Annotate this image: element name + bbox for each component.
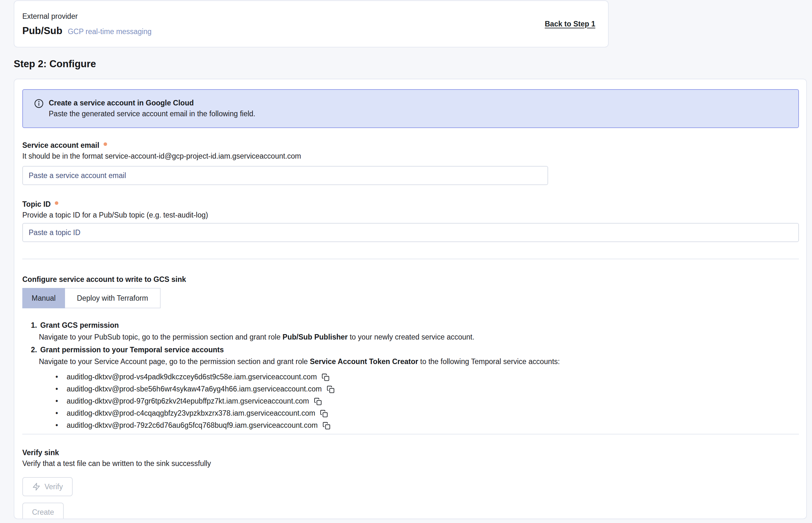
step-2-title: 2. Grant permission to your Temporal ser…	[31, 344, 798, 355]
copy-icon[interactable]	[322, 422, 331, 430]
provider-card: External provider Pub/Sub GCP real-time …	[14, 0, 609, 48]
topic-id-helper: Provide a topic ID for a Pub/Sub topic (…	[22, 210, 798, 220]
step-1-title: 1. Grant GCS permission	[31, 320, 798, 331]
provider-name: Pub/Sub	[22, 25, 63, 37]
copy-icon[interactable]	[326, 385, 335, 393]
bullet: •	[55, 385, 62, 393]
configure-sink-section-title: Configure service account to write to GC…	[22, 274, 798, 285]
create-button-label: Create	[32, 508, 54, 517]
step-1-description: Navigate to your PubSub topic, go to the…	[39, 331, 798, 342]
section-divider	[22, 434, 799, 434]
step-2-number: 2.	[31, 344, 37, 355]
list-item: • auditlog-dktxv@prod-vs4padk9dkczcey6d6…	[55, 371, 798, 383]
service-account-email-input[interactable]	[22, 166, 548, 185]
verify-button[interactable]: Verify	[22, 477, 73, 496]
info-banner: Create a service account in Google Cloud…	[22, 89, 799, 128]
service-account-email-text: auditlog-dktxv@prod-79z2c6d76au6g5fcq768…	[67, 421, 318, 430]
service-account-email-label: Service account email	[22, 140, 100, 151]
info-icon	[34, 99, 44, 127]
bullet: •	[55, 409, 62, 418]
verify-sink-title: Verify sink	[22, 447, 798, 458]
service-account-email-text: auditlog-dktxv@prod-sbe56h6wr4sykaw47a6y…	[67, 385, 322, 393]
provider-subtitle: GCP real-time messaging	[68, 28, 152, 36]
provider-eyebrow: External provider	[22, 12, 152, 21]
copy-icon[interactable]	[314, 397, 322, 405]
bullet: •	[55, 397, 62, 405]
verify-sink-description: Verify that a test file can be written t…	[22, 458, 798, 469]
copy-icon[interactable]	[320, 410, 328, 418]
verify-button-label: Verify	[45, 483, 63, 491]
service-account-email-text: auditlog-dktxv@prod-vs4padk9dkczcey6d6st…	[67, 373, 317, 381]
required-indicator	[104, 142, 107, 146]
copy-icon[interactable]	[321, 373, 330, 381]
topic-id-label: Topic ID	[22, 199, 51, 210]
zap-icon	[32, 483, 40, 491]
bullet: •	[55, 421, 62, 430]
topic-id-input[interactable]	[22, 223, 799, 242]
back-to-step-1-link[interactable]: Back to Step 1	[545, 20, 596, 28]
required-indicator	[55, 201, 58, 205]
page-title: Step 2: Configure	[14, 58, 96, 70]
provider-info: External provider Pub/Sub GCP real-time …	[22, 12, 152, 37]
list-item: • auditlog-dktxv@prod-97gr6tp6zkv2t4epub…	[55, 395, 798, 407]
service-account-email-text: auditlog-dktxv@prod-c4cqaqgbfzy23vpzkbxz…	[67, 409, 315, 418]
service-account-email-text: auditlog-dktxv@prod-97gr6tp6zkv2t4epubff…	[67, 397, 309, 405]
sink-config-tabs: Manual Deploy with Terraform	[22, 288, 798, 308]
service-account-email-helper: It should be in the format service-accou…	[22, 151, 798, 162]
section-divider	[22, 259, 799, 259]
step-1-number: 1.	[31, 320, 37, 331]
list-item: • auditlog-dktxv@prod-c4cqaqgbfzy23vpzkb…	[55, 407, 798, 419]
configure-step-card: Create a service account in Google Cloud…	[14, 79, 807, 519]
list-item: • auditlog-dktxv@prod-sbe56h6wr4sykaw47a…	[55, 383, 798, 395]
info-banner-description: Paste the generated service account emai…	[49, 108, 255, 119]
info-banner-title: Create a service account in Google Cloud	[49, 97, 255, 108]
temporal-service-accounts-list: • auditlog-dktxv@prod-vs4padk9dkczcey6d6…	[31, 371, 798, 431]
list-item: • auditlog-dktxv@prod-79z2c6d76au6g5fcq7…	[55, 419, 798, 431]
create-button[interactable]: Create	[22, 503, 64, 519]
manual-steps-list: 1. Grant GCS permission Navigate to your…	[22, 320, 798, 431]
tab-deploy-with-terraform[interactable]: Deploy with Terraform	[65, 288, 161, 308]
step-2-description: Navigate to your Service Account page, g…	[39, 356, 798, 367]
bullet: •	[55, 373, 62, 381]
tab-manual[interactable]: Manual	[22, 288, 65, 308]
